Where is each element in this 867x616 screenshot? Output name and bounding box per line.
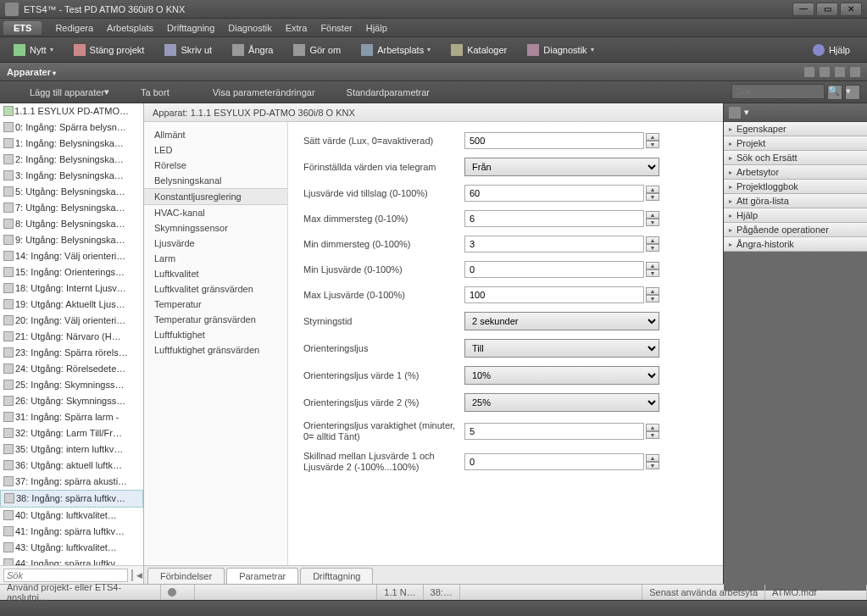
panel-max-icon[interactable] [835,67,845,77]
spin-up-icon[interactable]: ▲ [646,454,659,462]
tree-item[interactable]: 44: Ingång: spärra luftkv… [0,556,143,565]
category-item[interactable]: Larm [144,251,287,266]
close-button[interactable]: ✕ [840,3,862,16]
tree-item[interactable]: 14: Ingång: Välj orienteri… [0,248,143,264]
tree-item[interactable]: 43: Utgång: luftkvalitet… [0,540,143,556]
category-item[interactable]: Belysningskanal [144,173,287,188]
sidebar-accordion-item[interactable]: Arbetsytor [724,165,867,180]
diagnostik-button[interactable]: Diagnostik [519,40,602,60]
gear-icon[interactable] [729,107,741,119]
tree-item[interactable]: 7: Utgång: Belysningska… [0,200,143,216]
param-input[interactable] [464,453,644,470]
spin-up-icon[interactable]: ▲ [646,236,659,244]
spin-up-icon[interactable]: ▲ [646,186,659,193]
tree-item[interactable]: 5: Utgång: Belysningska… [0,184,143,200]
menu-extra[interactable]: Extra [279,23,314,33]
spin-up-icon[interactable]: ▲ [646,287,659,295]
panel-restore-icon[interactable] [820,67,830,77]
tree-item[interactable]: 15: Ingång: Orienterings… [0,264,143,280]
tree-item[interactable]: 19: Utgång: Aktuellt Ljus… [0,297,143,313]
bottom-tab[interactable]: Förbindelser [147,568,225,584]
category-item[interactable]: HVAC-kanal [144,205,287,220]
category-item[interactable]: Luftkvalitet gränsvärden [144,281,287,297]
category-item[interactable]: Konstantljusreglering [144,188,287,205]
skriv-ut-button[interactable]: Skriv ut [156,40,220,60]
spin-down-icon[interactable]: ▼ [646,431,659,439]
sidebar-accordion-item[interactable]: Projektloggbok [724,180,867,194]
arbetsplats-button[interactable]: Arbetsplats [353,40,439,60]
param-input[interactable] [464,185,644,202]
maximize-button[interactable]: ▭ [816,3,838,16]
tree-item[interactable]: 9: Utgång: Belysningska… [0,232,143,248]
panel-search-input[interactable] [731,84,825,99]
param-input[interactable] [464,132,644,149]
sidebar-accordion-item[interactable]: Projekt [724,136,867,151]
category-item[interactable]: Temperatur [144,297,287,312]
tree-item[interactable]: 26: Utgång: Skymningss… [0,393,143,409]
param-select[interactable]: Från [464,158,659,176]
tree-item[interactable]: 21: Utgång: Närvaro (H… [0,329,143,345]
search-icon[interactable] [131,569,133,581]
menu-redigera[interactable]: Redigera [48,23,100,33]
tree-item[interactable]: 2: Ingång: Belysningska… [0,152,143,168]
sidebar-accordion-item[interactable]: Pågående operationer [724,223,867,237]
standardparametrar-button[interactable]: Standardparametrar [324,87,438,97]
param-select[interactable]: Till [464,339,659,358]
menu-arbetsplats[interactable]: Arbetsplats [100,23,160,33]
category-item[interactable]: Rörelse [144,158,287,173]
tree-item[interactable]: 3: Ingång: Belysningska… [0,168,143,184]
spin-down-icon[interactable]: ▼ [646,193,659,201]
category-item[interactable]: Allmänt [144,127,287,142]
angra-button[interactable]: Ångra [224,40,281,60]
panel-title[interactable]: Apparater [7,67,56,77]
spin-up-icon[interactable]: ▲ [646,133,659,141]
tree-item[interactable]: 31: Ingång: Spärra larm - [0,409,143,425]
spin-down-icon[interactable]: ▼ [646,219,659,226]
tree-search-input[interactable] [3,569,128,582]
spin-down-icon[interactable]: ▼ [646,269,659,277]
tree-item[interactable]: 37: Ingång: spärra akusti… [0,474,143,490]
category-item[interactable]: Temperatur gränsvärden [144,312,287,327]
kataloger-button[interactable]: Kataloger [442,40,515,60]
category-item[interactable]: Skymningssensor [144,220,287,236]
tree-item[interactable]: 8: Utgång: Belysningska… [0,216,143,232]
param-select[interactable]: 2 sekunder [464,312,659,330]
nytt-button[interactable]: Nytt [5,40,62,60]
sidebar-accordion-item[interactable]: Att göra-lista [724,194,867,208]
menu-ets[interactable]: ETS [3,21,42,35]
spin-down-icon[interactable]: ▼ [646,244,659,252]
sidebar-accordion-item[interactable]: Egenskaper [724,122,867,136]
menu-hjalp[interactable]: Hjälp [359,23,394,33]
lagg-till-apparater-button[interactable]: Lägg till apparater ▾ [7,86,118,97]
param-input[interactable] [464,286,644,303]
tree-item[interactable]: 40: Utgång: luftkvalitet… [0,508,143,524]
menu-diagnostik[interactable]: Diagnostik [221,23,278,33]
tree-item[interactable]: 38: Ingång: spärra luftkv… [0,490,143,508]
category-item[interactable]: Ljusvärde [144,236,287,251]
tree-item[interactable]: 32: Utgång: Larm Till/Fr… [0,425,143,441]
tree-prev-icon[interactable]: ◀ [136,571,142,580]
tree-item[interactable]: 36: Utgång: aktuell luftk… [0,458,143,474]
spin-up-icon[interactable]: ▲ [646,262,659,269]
param-input[interactable] [464,210,644,227]
search-icon[interactable]: 🔍 [827,85,842,100]
tree-item[interactable]: 41: Ingång: spärra luftkv… [0,524,143,540]
tree-item[interactable]: 23: Ingång: Spärra rörels… [0,345,143,361]
status-connection[interactable]: Använd projekt- eller ETS4-anslutni… [0,585,161,600]
hjalp-button[interactable]: Hjälp [804,40,859,60]
category-item[interactable]: Luftfuktighet [144,327,287,342]
gor-om-button[interactable]: Gör om [285,40,349,60]
tree-item[interactable]: 1: Ingång: Belysningska… [0,136,143,152]
menu-fonster[interactable]: Fönster [314,23,358,33]
tree-item[interactable]: 0: Ingång: Spärra belysn… [0,119,143,136]
tree-item[interactable]: 18: Utgång: Internt Ljusv… [0,280,143,297]
spin-down-icon[interactable]: ▼ [646,295,659,302]
panel-view-icon[interactable] [804,67,814,77]
sidebar-accordion-item[interactable]: Ångra-historik [724,237,867,252]
panel-close-icon[interactable] [850,67,860,77]
tabort-button[interactable]: Ta bort [118,87,178,97]
spin-up-icon[interactable]: ▲ [646,211,659,219]
tree-item[interactable]: 20: Ingång: Välj orienteri… [0,313,143,329]
chevron-down-icon[interactable]: ▾ [744,107,749,118]
tree-item[interactable]: 25: Ingång: Skymningss… [0,377,143,393]
